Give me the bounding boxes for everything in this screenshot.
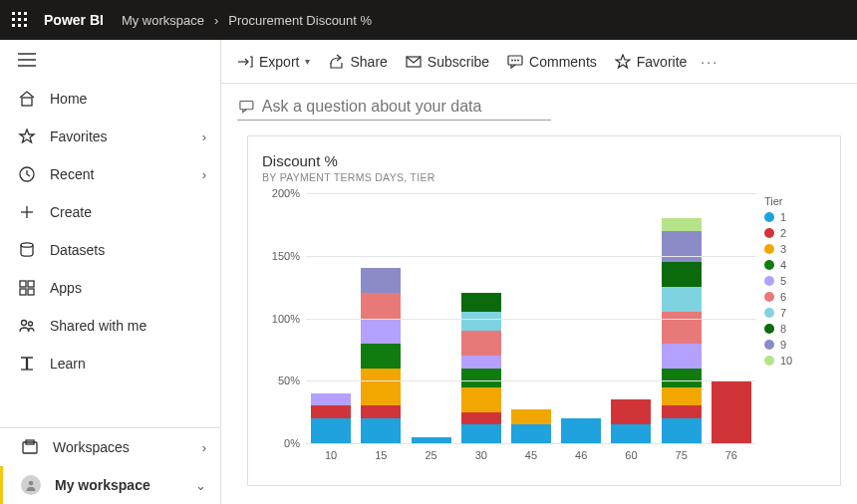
- share-button[interactable]: Share: [328, 54, 387, 70]
- legend-item-tier-3[interactable]: 3: [764, 243, 826, 255]
- bar-segment-tier-4: [461, 369, 501, 387]
- legend-label: 5: [780, 275, 786, 287]
- x-tick-label: 45: [525, 449, 537, 461]
- legend-item-tier-9[interactable]: 9: [764, 339, 826, 351]
- svg-marker-13: [20, 129, 34, 142]
- bar-60[interactable]: 60: [611, 399, 651, 443]
- legend-label: 6: [780, 291, 786, 303]
- legend-swatch: [764, 308, 774, 318]
- report-toolbar: Export ▾ Share Subscribe Comments Favori…: [221, 40, 857, 84]
- sidebar-item-label: Datasets: [50, 242, 206, 258]
- x-tick-label: 75: [676, 449, 688, 461]
- brand-label: Power BI: [44, 12, 104, 28]
- bar-segment-tier-2: [311, 405, 351, 418]
- legend-item-tier-8[interactable]: 8: [764, 323, 826, 335]
- avatar-icon: [21, 475, 41, 495]
- chart-card[interactable]: Discount % BY PAYMENT TERMS DAYS, TIER 0…: [247, 135, 841, 486]
- app-launcher-button[interactable]: [8, 8, 32, 32]
- star-icon: [18, 127, 36, 145]
- bar-10[interactable]: 10: [311, 393, 351, 443]
- sidebar-item-learn[interactable]: Learn: [0, 345, 220, 382]
- bar-segment-tier-1: [611, 424, 651, 443]
- clock-icon: [18, 165, 36, 183]
- chart-y-axis: 0%50%100%150%200%: [262, 193, 306, 467]
- x-tick-label: 60: [625, 449, 637, 461]
- sidebar-item-label: Shared with me: [50, 318, 206, 334]
- qna-text-field[interactable]: [262, 98, 549, 116]
- gridline: [306, 319, 756, 320]
- sidebar-item-apps[interactable]: Apps: [0, 269, 220, 307]
- svg-rect-5: [24, 18, 27, 21]
- bar-segment-tier-5: [361, 319, 401, 344]
- bar-30[interactable]: 30: [461, 293, 501, 443]
- chevron-down-icon: ⌄: [195, 478, 206, 493]
- sidebar-item-label: Recent: [50, 166, 188, 182]
- more-button[interactable]: ···: [701, 54, 718, 70]
- bar-segment-tier-1: [361, 418, 401, 443]
- sidebar-item-create[interactable]: Create: [0, 193, 220, 231]
- svg-marker-34: [616, 55, 630, 68]
- breadcrumb-item[interactable]: My workspace: [122, 13, 204, 28]
- sidebar-item-favorites[interactable]: Favorites›: [0, 118, 220, 155]
- favorite-button[interactable]: Favorite: [615, 54, 688, 70]
- bar-segment-tier-3: [511, 409, 551, 424]
- waffle-icon: [12, 12, 28, 28]
- mail-icon: [406, 56, 422, 68]
- legend-item-tier-4[interactable]: 4: [764, 259, 826, 271]
- x-tick-label: 76: [725, 449, 737, 461]
- bar-segment-tier-6: [662, 312, 702, 343]
- hamburger-icon: [18, 53, 36, 67]
- sidebar-item-workspaces[interactable]: Workspaces›: [0, 428, 220, 466]
- svg-rect-1: [18, 12, 21, 15]
- chart-legend: Tier 12345678910: [764, 193, 826, 467]
- sidebar-item-home[interactable]: Home: [0, 80, 220, 118]
- legend-item-tier-7[interactable]: 7: [764, 307, 826, 319]
- sidebar-item-my-workspace[interactable]: My workspace⌄: [0, 466, 220, 504]
- sidebar-item-recent[interactable]: Recent›: [0, 155, 220, 193]
- legend-swatch: [764, 340, 774, 350]
- sidebar-item-label: Workspaces: [53, 439, 188, 455]
- svg-rect-35: [240, 101, 253, 109]
- sidebar-item-datasets[interactable]: Datasets: [0, 231, 220, 269]
- bar-15[interactable]: 15: [361, 268, 401, 443]
- chevron-right-icon: ›: [214, 13, 218, 28]
- x-tick-label: 46: [575, 449, 587, 461]
- sidebar-item-shared-with-me[interactable]: Shared with me: [0, 307, 220, 345]
- bar-segment-tier-5: [662, 344, 702, 369]
- bar-75[interactable]: 75: [662, 218, 702, 443]
- legend-item-tier-2[interactable]: 2: [764, 227, 826, 239]
- legend-item-tier-5[interactable]: 5: [764, 275, 826, 287]
- subscribe-button[interactable]: Subscribe: [406, 54, 489, 70]
- bar-segment-tier-2: [361, 405, 401, 418]
- qna-input[interactable]: [237, 94, 551, 121]
- legend-label: 4: [780, 259, 786, 271]
- bar-segment-tier-9: [662, 231, 702, 262]
- svg-rect-8: [24, 24, 27, 27]
- svg-point-23: [29, 322, 33, 326]
- export-icon: [237, 54, 253, 70]
- export-button[interactable]: Export ▾: [237, 54, 310, 70]
- bar-76[interactable]: 76: [712, 380, 751, 443]
- chart-title: Discount %: [262, 152, 826, 169]
- y-tick-label: 100%: [272, 313, 300, 325]
- comment-icon: [507, 55, 523, 69]
- favorite-label: Favorite: [637, 54, 688, 70]
- legend-item-tier-6[interactable]: 6: [764, 291, 826, 303]
- legend-label: 10: [780, 355, 792, 367]
- bar-segment-tier-2: [461, 412, 501, 425]
- legend-swatch: [764, 356, 774, 366]
- bar-45[interactable]: 45: [511, 409, 551, 443]
- sidebar-item-label: Apps: [50, 280, 206, 296]
- gridline: [306, 193, 756, 194]
- comments-button[interactable]: Comments: [507, 54, 597, 70]
- legend-item-tier-1[interactable]: 1: [764, 211, 826, 223]
- bar-46[interactable]: 46: [561, 418, 601, 443]
- breadcrumb-item[interactable]: Procurement Discount %: [228, 13, 372, 28]
- svg-rect-6: [12, 24, 15, 27]
- legend-item-tier-10[interactable]: 10: [764, 355, 826, 367]
- legend-swatch: [764, 228, 774, 238]
- hamburger-button[interactable]: [18, 51, 36, 69]
- svg-rect-2: [24, 12, 27, 15]
- svg-point-32: [514, 59, 516, 61]
- bar-segment-tier-1: [461, 424, 501, 443]
